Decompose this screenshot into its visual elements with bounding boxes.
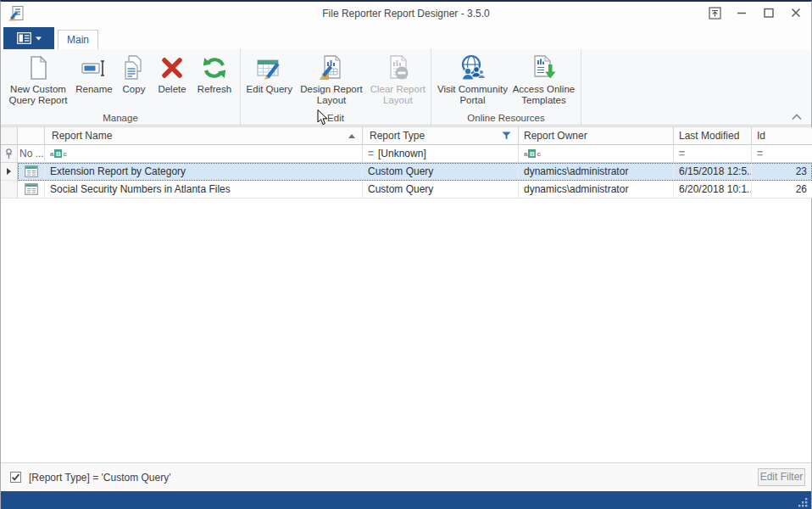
maximize-button[interactable] xyxy=(762,6,776,20)
copy-icon xyxy=(120,54,147,81)
minimize-button[interactable] xyxy=(735,6,748,20)
cell-report-owner: dynamics\administrator xyxy=(519,163,674,181)
cell-report-type: Custom Query xyxy=(363,163,519,181)
button-label: Edit Query xyxy=(247,84,292,95)
group-label-edit: Edit xyxy=(241,112,431,125)
access-online-templates-button[interactable]: Access Online Templates xyxy=(510,51,577,112)
application-menu-button[interactable] xyxy=(3,27,54,49)
chevron-down-icon xyxy=(36,36,42,41)
application-window: File Reporter Report Designer - 3.5.0 xyxy=(0,0,812,509)
active-filter-text[interactable]: [Report Type] = 'Custom Query' xyxy=(29,472,170,484)
refresh-button[interactable]: Refresh xyxy=(192,51,236,112)
filter-cell-icon-column[interactable]: No ... xyxy=(18,145,45,163)
edit-query-icon xyxy=(256,54,283,81)
column-header-id[interactable]: Id xyxy=(752,127,812,145)
tab-main[interactable]: Main xyxy=(58,30,98,49)
equals-filter-mode-icon[interactable]: = xyxy=(757,148,763,159)
report-table-icon xyxy=(25,183,38,195)
cell-id: 23 xyxy=(752,163,812,181)
header-icon-cell xyxy=(18,127,45,145)
refresh-icon xyxy=(201,54,228,81)
delete-icon xyxy=(159,54,186,81)
clear-report-layout-button: Clear Report Layout xyxy=(369,51,427,112)
button-label: Rename xyxy=(75,84,112,95)
edit-query-button[interactable]: Edit Query xyxy=(244,51,294,112)
report-layout-icon xyxy=(17,32,31,44)
rename-button[interactable]: Rename xyxy=(72,51,116,112)
cell-last-modified: 6/15/2018 12:5... xyxy=(674,163,752,181)
equals-filter-mode-icon[interactable]: = xyxy=(679,148,685,159)
new-document-icon xyxy=(25,54,52,81)
ribbon-group-online-resources: Visit Community Portal Access Online Tem… xyxy=(431,49,581,125)
online-templates-icon xyxy=(530,54,557,81)
filter-cell-report-type[interactable]: = [Unknown] xyxy=(363,145,519,163)
group-label-manage: Manage xyxy=(1,112,240,125)
column-header-last-modified[interactable]: Last Modified xyxy=(674,127,752,145)
title-bar: File Reporter Report Designer - 3.5.0 xyxy=(1,2,811,25)
cell-report-type: Custom Query xyxy=(363,181,519,199)
row-indicator xyxy=(1,181,18,199)
visit-community-portal-button[interactable]: Visit Community Portal xyxy=(435,51,510,112)
column-header-report-type[interactable]: Report Type xyxy=(363,127,519,145)
button-label: Clear Report Layout xyxy=(369,84,427,106)
window-title: File Reporter Report Designer - 3.5.0 xyxy=(1,8,811,20)
table-row[interactable]: Extension Report by Category Custom Quer… xyxy=(1,163,811,181)
equals-filter-mode-icon[interactable]: = xyxy=(368,148,374,159)
abc-filter-mode-icon[interactable]: aBc xyxy=(524,149,541,158)
button-label: New Custom Query Report xyxy=(4,84,72,106)
report-table-icon xyxy=(25,165,38,177)
close-button[interactable] xyxy=(789,6,803,20)
filter-cell-last-modified[interactable]: = xyxy=(674,145,752,163)
ribbon-tab-row: Main xyxy=(1,25,811,49)
filter-value-report-type: [Unknown] xyxy=(378,148,426,159)
ribbon: New Custom Query Report Rename xyxy=(1,49,811,126)
copy-button[interactable]: Copy xyxy=(116,51,152,112)
edit-filter-button[interactable]: Edit Filter xyxy=(758,468,805,486)
grid-header-row: Report Name Report Type Report Owner Las… xyxy=(1,127,811,145)
filter-pin-icon xyxy=(5,148,13,159)
cell-report-owner: dynamics\administrator xyxy=(519,181,674,199)
ribbon-group-manage: New Custom Query Report Rename xyxy=(1,49,241,125)
abc-filter-mode-icon[interactable]: aBc xyxy=(50,149,67,158)
design-report-layout-button[interactable]: Design Report Layout xyxy=(294,51,368,112)
reports-grid: Report Name Report Type Report Owner Las… xyxy=(1,126,811,462)
row-icon-cell xyxy=(18,181,45,199)
table-row[interactable]: Social Security Numbers in Atlanta Files… xyxy=(1,181,811,199)
filter-cell-report-name[interactable]: aBc xyxy=(45,145,363,163)
button-label: Copy xyxy=(123,84,146,95)
clear-report-layout-icon xyxy=(384,54,411,81)
column-header-report-name[interactable]: Report Name xyxy=(45,127,363,145)
group-label-online-resources: Online Resources xyxy=(431,112,581,125)
button-label: Refresh xyxy=(197,84,231,95)
filter-cell-report-owner[interactable]: aBc xyxy=(519,145,674,163)
button-label: Delete xyxy=(158,84,186,95)
filter-enabled-checkbox[interactable] xyxy=(10,472,21,483)
rename-icon xyxy=(81,54,108,81)
filter-funnel-icon[interactable] xyxy=(502,131,511,140)
button-label: Design Report Layout xyxy=(294,84,368,106)
filter-row-indicator-cell xyxy=(1,145,18,163)
button-label: Access Online Templates xyxy=(510,84,577,106)
cell-last-modified: 6/20/2018 10:1... xyxy=(674,181,752,199)
status-bar xyxy=(1,491,811,509)
grid-filter-row: No ... aBc = [Unknown] aBc = = xyxy=(1,145,811,163)
collapse-ribbon-icon[interactable] xyxy=(791,113,803,121)
sort-ascending-icon xyxy=(348,134,355,138)
filter-cell-id[interactable]: = xyxy=(752,145,812,163)
ribbon-group-edit: Edit Query Design Report Layout xyxy=(241,49,431,125)
pin-top-button[interactable] xyxy=(708,6,721,20)
delete-button[interactable]: Delete xyxy=(152,51,192,112)
new-custom-query-report-button[interactable]: New Custom Query Report xyxy=(4,51,72,112)
header-indicator-cell xyxy=(1,127,18,145)
cell-report-name: Social Security Numbers in Atlanta Files xyxy=(45,181,363,199)
resize-grip-icon[interactable] xyxy=(798,497,809,508)
row-arrow-icon xyxy=(7,168,11,175)
cell-id: 26 xyxy=(752,181,812,199)
row-icon-cell xyxy=(18,163,45,181)
filter-panel: [Report Type] = 'Custom Query' Edit Filt… xyxy=(1,462,811,491)
column-header-report-owner[interactable]: Report Owner xyxy=(519,127,674,145)
row-focus-indicator xyxy=(1,163,18,181)
design-report-layout-icon xyxy=(318,54,345,81)
button-label: Visit Community Portal xyxy=(435,84,510,106)
community-portal-icon xyxy=(459,54,486,81)
